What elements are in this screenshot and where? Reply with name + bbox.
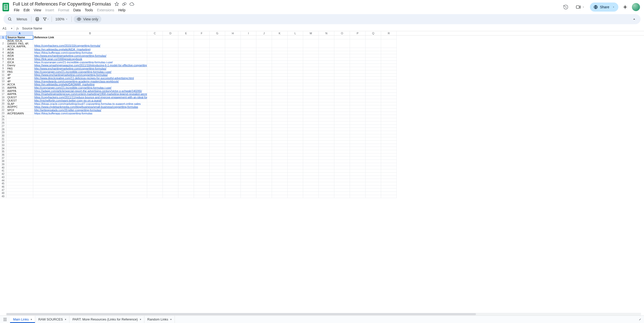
cell[interactable] xyxy=(178,163,194,166)
cell[interactable] xyxy=(6,147,33,150)
cell[interactable] xyxy=(210,134,225,138)
row-header[interactable]: 18 xyxy=(0,96,6,99)
cell[interactable] xyxy=(303,176,319,179)
cell[interactable] xyxy=(319,70,334,74)
cell[interactable] xyxy=(163,144,178,147)
cell[interactable] xyxy=(334,176,350,179)
cell[interactable] xyxy=(366,160,381,163)
cell[interactable] xyxy=(366,39,381,48)
cell[interactable] xyxy=(210,57,225,61)
cell[interactable] xyxy=(241,115,256,118)
cell[interactable] xyxy=(334,109,350,112)
cell[interactable] xyxy=(241,48,256,51)
cell[interactable] xyxy=(241,185,256,189)
cell[interactable] xyxy=(163,125,178,128)
cell[interactable] xyxy=(366,67,381,70)
cell[interactable] xyxy=(319,74,334,77)
cell[interactable] xyxy=(241,144,256,147)
cell[interactable] xyxy=(33,144,147,147)
cell[interactable] xyxy=(381,166,397,169)
cell[interactable] xyxy=(178,93,194,96)
cell[interactable] xyxy=(210,109,225,112)
cell[interactable] xyxy=(366,93,381,96)
cell[interactable] xyxy=(256,150,272,153)
cell[interactable] xyxy=(33,156,147,160)
row-header[interactable]: 14 xyxy=(0,83,6,86)
cell[interactable] xyxy=(381,99,397,102)
cell[interactable] xyxy=(334,160,350,163)
cell[interactable] xyxy=(303,70,319,74)
cell[interactable] xyxy=(272,144,288,147)
row-header[interactable]: 20 xyxy=(0,102,6,106)
cell[interactable] xyxy=(225,147,241,150)
cell[interactable] xyxy=(256,64,272,67)
row-header[interactable]: 48 xyxy=(0,192,6,195)
cell[interactable]: IDCA xyxy=(6,57,33,61)
row-header[interactable]: 35 xyxy=(0,150,6,153)
cell[interactable] xyxy=(319,67,334,70)
cell[interactable] xyxy=(33,160,147,163)
cell[interactable] xyxy=(256,54,272,57)
collapse-toolbar-icon[interactable] xyxy=(630,15,638,23)
cell[interactable] xyxy=(256,89,272,93)
cell[interactable] xyxy=(366,188,381,192)
cell[interactable] xyxy=(147,137,163,141)
tab-random-links[interactable]: Random Links ▾ xyxy=(144,316,175,323)
cell[interactable] xyxy=(210,147,225,150)
cell[interactable] xyxy=(210,118,225,121)
cell[interactable] xyxy=(225,163,241,166)
cell[interactable]: Source Name xyxy=(6,36,33,39)
cell[interactable] xyxy=(256,61,272,64)
cell[interactable] xyxy=(319,105,334,109)
cell[interactable] xyxy=(256,112,272,115)
row-header[interactable]: 32 xyxy=(0,141,6,144)
cell[interactable] xyxy=(225,137,241,141)
row-header[interactable]: 8 xyxy=(0,64,6,67)
cell[interactable] xyxy=(303,147,319,150)
cell[interactable] xyxy=(194,61,210,64)
star-icon[interactable] xyxy=(114,2,119,7)
cell[interactable] xyxy=(147,173,163,176)
cell[interactable] xyxy=(241,192,256,195)
cell[interactable] xyxy=(334,121,350,125)
column-header[interactable]: J xyxy=(256,31,272,35)
cell[interactable] xyxy=(334,39,350,48)
cell[interactable] xyxy=(256,156,272,160)
cell[interactable] xyxy=(319,163,334,166)
cell[interactable] xyxy=(350,173,366,176)
cell[interactable] xyxy=(225,70,241,74)
cell[interactable]: http://michelfortin.com/want-better-copy… xyxy=(33,99,147,102)
cell[interactable] xyxy=(163,93,178,96)
zoom-select[interactable]: 100% xyxy=(54,17,69,21)
cell[interactable] xyxy=(272,109,288,112)
cell[interactable] xyxy=(334,134,350,138)
cell[interactable]: http://www.directcreative.com/11-delicio… xyxy=(33,77,147,80)
cell[interactable] xyxy=(147,121,163,125)
cell[interactable] xyxy=(288,163,303,166)
cell[interactable] xyxy=(381,48,397,51)
cell[interactable] xyxy=(319,39,334,48)
cell[interactable] xyxy=(241,105,256,109)
cell[interactable] xyxy=(194,74,210,77)
cell[interactable] xyxy=(366,128,381,131)
cell[interactable] xyxy=(194,179,210,182)
cell[interactable] xyxy=(6,173,33,176)
cell[interactable] xyxy=(272,173,288,176)
cell[interactable] xyxy=(210,105,225,109)
cell[interactable] xyxy=(381,188,397,192)
cell[interactable] xyxy=(319,96,334,99)
cell[interactable] xyxy=(178,102,194,106)
cell[interactable] xyxy=(194,57,210,61)
row-header[interactable]: 1 xyxy=(0,36,6,39)
cell[interactable] xyxy=(163,83,178,86)
cell[interactable] xyxy=(163,61,178,64)
cell[interactable] xyxy=(178,141,194,144)
cell[interactable] xyxy=(319,121,334,125)
cell[interactable] xyxy=(350,67,366,70)
cell[interactable] xyxy=(256,80,272,83)
cell[interactable] xyxy=(272,36,288,39)
cell[interactable] xyxy=(381,109,397,112)
cell[interactable]: http://www.enchantingmarketing.com/copyw… xyxy=(33,54,147,57)
cell[interactable] xyxy=(33,121,147,125)
cell[interactable] xyxy=(272,128,288,131)
